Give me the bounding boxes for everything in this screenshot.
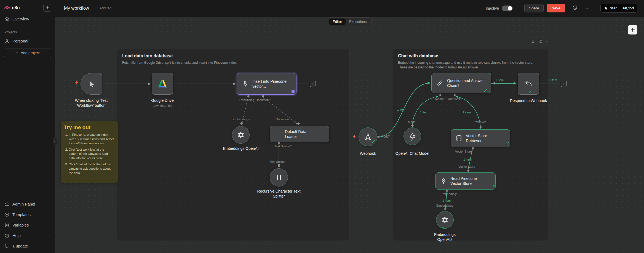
add-project-button[interactable]: Add project	[4, 49, 51, 57]
output-label: Embeddings	[233, 118, 250, 121]
output-label: Vector Store	[458, 165, 475, 168]
node-label: OpenAI Chat Model	[390, 151, 434, 156]
plus-icon	[562, 82, 565, 86]
cloud-icon	[4, 202, 9, 207]
group-title: Load data into database	[122, 54, 344, 58]
active-toggle[interactable]	[502, 6, 513, 11]
node-pinecone-insert[interactable]: Insert into Pinecone vector...	[237, 73, 296, 95]
sidebar-item-variables[interactable]: Variables	[0, 220, 55, 230]
node-title: Default Data Loader	[285, 129, 318, 139]
success-check-icon: ✓	[371, 139, 376, 145]
input-label: Document*	[256, 98, 271, 102]
cursor-icon	[87, 80, 95, 88]
pause-icon	[277, 175, 281, 180]
webhook-icon	[364, 133, 372, 141]
sidebar-item-admin-panel[interactable]: Admin Panel	[0, 199, 55, 209]
workflow-status-label: Inactive	[486, 6, 499, 10]
plus-icon	[311, 82, 314, 86]
output-label: Text Splitter	[270, 160, 285, 163]
webhook-method-label: POST	[381, 135, 390, 138]
more-icon[interactable]	[546, 39, 550, 43]
success-check-icon: ✓	[409, 138, 413, 145]
n8n-logo[interactable]: n8n	[4, 5, 20, 10]
connection-items-label: 1 item	[463, 111, 471, 114]
connection-items-label: 1 item	[420, 111, 428, 114]
new-workflow-button[interactable]	[43, 4, 51, 12]
plus-icon	[15, 51, 18, 54]
node-label: Respond to Webhook	[506, 98, 551, 103]
n8n-app: n8n Overview Projects Personal Add proje…	[0, 0, 644, 253]
workflow-canvas[interactable]: Editor Executions Load data into databas…	[55, 17, 644, 253]
projects-header: Projects	[0, 24, 55, 36]
add-node-button[interactable]	[628, 25, 637, 34]
node-default-data-loader[interactable]: Default Data Loader	[270, 126, 329, 142]
add-connection-button[interactable]	[561, 81, 567, 87]
chain-icon	[436, 79, 444, 87]
history-icon[interactable]	[572, 6, 578, 11]
user-icon	[4, 39, 9, 44]
duplicate-icon[interactable]	[538, 39, 543, 43]
node-title: Vector Store Retriever	[466, 133, 496, 143]
sidebar: n8n Overview Projects Personal Add proje…	[0, 0, 55, 253]
output-label: Model	[408, 120, 416, 124]
sidebar-item-help[interactable]: Help	[0, 230, 55, 241]
sidebar-item-templates[interactable]: Templates	[0, 209, 55, 220]
variable-icon	[4, 223, 9, 228]
delete-icon[interactable]	[531, 39, 535, 43]
workflow-title[interactable]: My workflow	[64, 6, 89, 11]
add-connection-button[interactable]	[310, 81, 316, 87]
google-drive-icon	[158, 79, 167, 89]
node-google-drive[interactable]	[152, 73, 173, 95]
chevron-down-icon	[47, 234, 50, 238]
save-button[interactable]: Save	[547, 4, 565, 12]
package-icon	[4, 212, 9, 217]
openai-icon	[441, 216, 449, 224]
pinecone-icon	[241, 80, 249, 88]
sticky-step-2: Click 'test workflow' at the bottom of t…	[69, 148, 114, 161]
tab-executions[interactable]: Executions	[346, 18, 370, 25]
home-icon	[4, 17, 9, 22]
sidebar-item-updates[interactable]: 1 update	[0, 241, 55, 251]
document-icon	[274, 131, 282, 138]
github-star-widget[interactable]: Star 60,153	[600, 4, 637, 13]
node-read-pinecone[interactable]: Read Pinecone Vector Store	[435, 172, 496, 190]
node-qa-chain[interactable]: Question and Answer Chain1	[431, 73, 491, 93]
node-label: Google Drive download: file	[140, 98, 185, 108]
topbar: My workflow + Add tag Inactive Share Sav…	[55, 0, 644, 17]
openai-icon	[237, 131, 245, 139]
node-vector-store-retriever[interactable]: Vector Store Retriever	[451, 129, 510, 147]
add-tag-button[interactable]: + Add tag	[97, 6, 111, 10]
more-options-icon[interactable]	[585, 6, 590, 11]
sidebar-item-personal[interactable]: Personal	[0, 36, 55, 46]
node-title: Insert into Pinecone vector...	[252, 79, 291, 89]
overview-label: Overview	[12, 17, 29, 21]
success-check-icon: ✓	[506, 140, 510, 147]
sticky-step-3: Click 'chat' at the bottom of the canvas…	[69, 162, 114, 175]
connection-items-label: 1 item	[463, 158, 472, 161]
success-check-icon: ✓	[528, 89, 532, 95]
tab-editor[interactable]: Editor	[329, 18, 346, 25]
chevron-left-icon	[54, 140, 56, 143]
sidebar-item-overview[interactable]: Overview	[0, 14, 55, 24]
success-check-icon: ✓	[441, 224, 446, 230]
node-manual-trigger[interactable]	[81, 73, 102, 95]
node-title: Question and Answer Chain1	[447, 78, 487, 88]
github-star-count: 60,153	[620, 6, 637, 10]
input-label: Embedding*	[239, 98, 255, 102]
view-switcher: Editor Executions	[328, 17, 372, 26]
output-label: Embeddings	[436, 204, 453, 207]
node-label: Webhook	[346, 151, 390, 156]
node-badge	[292, 90, 295, 93]
pinecone-icon	[440, 177, 447, 185]
group-subtitle: Fetch file from Google Drive, split it i…	[122, 60, 344, 65]
database-icon	[455, 135, 463, 142]
share-button[interactable]: Share	[524, 4, 544, 12]
node-embeddings-openai[interactable]	[232, 126, 250, 144]
group-actions-toolbar	[531, 39, 550, 43]
sticky-note[interactable]: Try me out In Pinecone, create an index …	[61, 121, 118, 183]
node-text-splitter[interactable]	[270, 168, 288, 187]
input-label: Retriever*	[448, 97, 461, 100]
sidebar-collapse-handle[interactable]	[53, 137, 57, 145]
personal-label: Personal	[12, 39, 28, 43]
node-title: Read Pinecone Vector Store	[450, 176, 486, 186]
